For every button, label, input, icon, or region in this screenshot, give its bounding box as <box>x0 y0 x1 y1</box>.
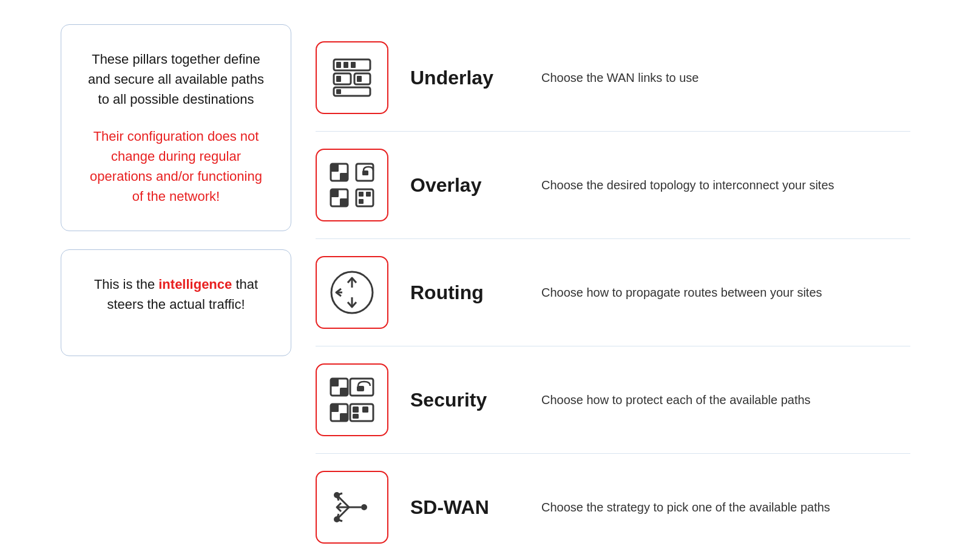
svg-rect-37 <box>353 414 359 419</box>
svg-rect-2 <box>343 62 348 68</box>
svg-point-44 <box>334 516 340 522</box>
sdwan-icon-box <box>316 471 388 544</box>
svg-rect-20 <box>366 192 371 197</box>
overlay-icon-box <box>316 149 388 221</box>
security-icon-box <box>316 363 388 436</box>
pillars-list: Underlay Choose the WAN links to use <box>316 24 910 560</box>
svg-rect-16 <box>331 189 339 197</box>
routing-name: Routing <box>410 282 519 304</box>
svg-rect-14 <box>362 170 368 175</box>
svg-rect-27 <box>331 379 339 386</box>
underlay-desc: Choose the WAN links to use <box>541 69 910 87</box>
intelligence-text-before: This is the <box>94 277 158 292</box>
svg-point-41 <box>334 492 340 498</box>
svg-rect-32 <box>331 404 339 412</box>
svg-rect-9 <box>336 89 341 94</box>
security-icon <box>328 376 376 424</box>
left-column: These pillars together define and secure… <box>61 24 291 356</box>
svg-rect-7 <box>357 76 362 82</box>
pillar-row-sdwan: SD-WAN Choose the strategy to pick one o… <box>316 454 910 560</box>
overlay-desc: Choose the desired topology to interconn… <box>541 176 910 194</box>
underlay-icon <box>328 56 376 99</box>
svg-rect-21 <box>359 199 364 204</box>
main-container: These pillars together define and secure… <box>61 0 910 560</box>
info-box-intelligence: This is the intelligence that steers the… <box>61 249 291 356</box>
security-name: Security <box>410 389 519 411</box>
pillar-row-overlay: Overlay Choose the desired topology to i… <box>316 132 910 239</box>
svg-rect-6 <box>354 73 370 84</box>
intelligence-highlight: intelligence <box>158 277 232 292</box>
underlay-icon-box <box>316 41 388 114</box>
pillars-highlight-text: Their configuration does not change duri… <box>83 126 269 206</box>
pillar-row-underlay: Underlay Choose the WAN links to use <box>316 24 910 132</box>
sdwan-name: SD-WAN <box>410 496 519 519</box>
svg-rect-5 <box>336 76 341 82</box>
svg-rect-36 <box>362 407 368 413</box>
pillar-row-security: Security Choose how to protect each of t… <box>316 346 910 454</box>
svg-rect-33 <box>340 413 348 421</box>
pillars-main-text: These pillars together define and secure… <box>83 49 269 109</box>
svg-rect-30 <box>357 386 364 391</box>
overlay-name: Overlay <box>410 174 519 197</box>
svg-rect-28 <box>340 388 348 396</box>
svg-point-38 <box>361 504 367 510</box>
routing-desc: Choose how to propagate routes between y… <box>541 283 910 302</box>
svg-rect-19 <box>359 192 364 197</box>
sdwan-desc: Choose the strategy to pick one of the a… <box>541 498 910 516</box>
sdwan-icon <box>328 483 376 531</box>
routing-icon <box>328 268 376 317</box>
routing-icon-box <box>316 256 388 329</box>
svg-rect-17 <box>340 198 348 206</box>
svg-rect-1 <box>336 62 341 68</box>
pillar-row-routing: Routing Choose how to propagate routes b… <box>316 239 910 346</box>
svg-rect-35 <box>353 407 359 413</box>
info-box-pillars: These pillars together define and secure… <box>61 24 291 231</box>
svg-rect-12 <box>340 173 348 181</box>
security-desc: Choose how to protect each of the availa… <box>541 391 910 409</box>
underlay-name: Underlay <box>410 67 519 89</box>
svg-rect-18 <box>356 189 373 206</box>
svg-rect-3 <box>351 62 356 68</box>
intelligence-text: This is the intelligence that steers the… <box>83 274 269 314</box>
overlay-icon <box>328 161 376 209</box>
svg-rect-11 <box>331 164 339 172</box>
